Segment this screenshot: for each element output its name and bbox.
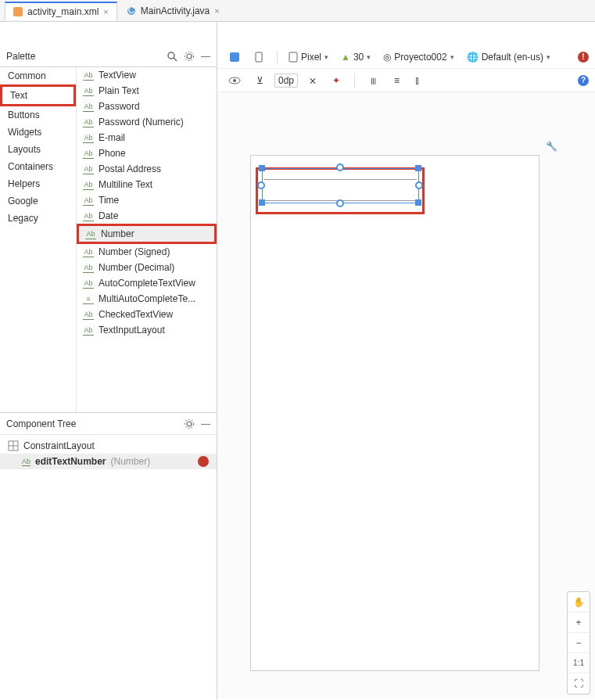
zoom-ratio-button[interactable]: 1:1 <box>568 653 590 673</box>
palette-item-multiautocomplete[interactable]: ≡MultiAutoCompleteTe... <box>77 291 217 307</box>
view-options-button[interactable] <box>224 74 246 87</box>
svg-point-5 <box>187 54 192 59</box>
palette-item-checkedtextview[interactable]: AbCheckedTextView <box>77 307 217 322</box>
constraint-handle[interactable] <box>336 163 344 171</box>
guidelines-button[interactable]: ⫼ <box>364 74 383 88</box>
layout-icon <box>8 440 19 451</box>
palette-items: AbTextView AbPlain Text AbPassword AbPas… <box>77 67 217 412</box>
palette-item-time[interactable]: AbTime <box>77 192 217 208</box>
constraint-handle[interactable] <box>415 181 423 189</box>
text-icon: ≡ <box>83 293 94 304</box>
orientation-button[interactable] <box>249 49 271 65</box>
palette-item-password-numeric[interactable]: AbPassword (Numeric) <box>77 114 217 130</box>
wrench-icon[interactable]: 🔧 <box>546 141 557 152</box>
palette-item-autocomplete[interactable]: AbAutoCompleteTextView <box>77 275 217 291</box>
magnet-button[interactable]: ⊻ <box>252 74 268 88</box>
chevron-down-icon: ▾ <box>324 53 328 61</box>
svg-rect-0 <box>13 7 23 16</box>
minimize-icon[interactable]: — <box>201 51 210 62</box>
palette-header: Palette — <box>0 45 217 67</box>
pack-button[interactable]: ⫿ <box>410 74 425 88</box>
text-icon: Ab <box>83 210 94 221</box>
gear-icon[interactable] <box>184 51 195 62</box>
errors-icon[interactable]: ! <box>578 52 589 63</box>
tree-root[interactable]: ConstraintLayout <box>0 438 217 454</box>
tree-child-hint: (Number) <box>110 456 150 467</box>
java-file-icon: C <box>127 6 136 16</box>
palette-item-multiline[interactable]: AbMultiline Text <box>77 177 217 192</box>
api-select[interactable]: ▲30▾ <box>336 50 375 64</box>
align-button[interactable]: ≡ <box>389 74 404 88</box>
main-area: Palette — Common Text Buttons Widgets La… <box>0 22 595 699</box>
cat-containers[interactable]: Containers <box>0 158 76 175</box>
tree-body: ConstraintLayout Ab editTextNumber (Numb… <box>0 435 217 699</box>
text-icon: Ab <box>83 262 94 273</box>
palette-item-number-signed[interactable]: AbNumber (Signed) <box>77 244 217 260</box>
resize-handle[interactable] <box>415 199 421 206</box>
chevron-down-icon: ▾ <box>547 53 550 61</box>
text-icon: Ab <box>22 458 30 466</box>
design-toolbar-top: Pixel▾ ▲30▾ ◎Proyecto002▾ 🌐Default (en-u… <box>217 45 595 69</box>
device-select[interactable]: Pixel▾ <box>284 50 333 64</box>
resize-handle[interactable] <box>415 165 421 171</box>
left-panel: Palette — Common Text Buttons Widgets La… <box>0 22 217 699</box>
pan-button[interactable]: ✋ <box>568 592 590 612</box>
palette-item-number[interactable]: AbNumber <box>77 224 217 244</box>
cat-google[interactable]: Google <box>0 192 76 210</box>
palette-item-date[interactable]: AbDate <box>77 208 217 224</box>
constraint-handle[interactable] <box>336 199 344 207</box>
help-icon[interactable]: ? <box>578 75 589 86</box>
error-icon[interactable]: ! <box>198 456 209 467</box>
zoom-fit-button[interactable]: ⛶ <box>568 673 590 694</box>
palette-item-textinputlayout[interactable]: AbTextInputLayout <box>77 322 217 338</box>
palette-item-email[interactable]: AbE-mail <box>77 130 217 145</box>
theme-select[interactable]: ◎Proyecto002▾ <box>378 50 458 64</box>
infer-constraints-button[interactable]: ✦ <box>328 74 345 88</box>
text-icon: Ab <box>83 70 94 81</box>
cat-layouts[interactable]: Layouts <box>0 141 76 158</box>
text-icon: Ab <box>83 148 94 159</box>
palette-item-number-decimal[interactable]: AbNumber (Decimal) <box>77 260 217 275</box>
gear-icon[interactable] <box>184 418 195 429</box>
constraint-handle[interactable] <box>257 181 265 189</box>
close-icon[interactable]: × <box>103 7 108 16</box>
tab-activity-main[interactable]: activity_main.xml × <box>5 2 117 20</box>
text-icon: Ab <box>83 117 94 127</box>
cat-widgets[interactable]: Widgets <box>0 124 76 141</box>
tree-title: Component Tree <box>6 418 76 429</box>
locale-select[interactable]: 🌐Default (en-us)▾ <box>462 50 555 64</box>
zoom-out-button[interactable]: − <box>568 633 590 653</box>
default-margin-button[interactable]: 0dp <box>274 74 298 88</box>
resize-handle[interactable] <box>259 199 265 206</box>
palette-item-postal[interactable]: AbPostal Address <box>77 161 217 177</box>
design-surface-button[interactable] <box>224 49 246 65</box>
clear-constraints-button[interactable]: ⨯ <box>304 74 321 88</box>
palette-item-phone[interactable]: AbPhone <box>77 145 217 161</box>
minimize-icon[interactable]: — <box>201 418 210 429</box>
zoom-in-button[interactable]: + <box>568 612 590 633</box>
text-icon: Ab <box>83 246 94 257</box>
cat-buttons[interactable]: Buttons <box>0 106 76 124</box>
svg-text:C: C <box>127 6 134 16</box>
cat-helpers[interactable]: Helpers <box>0 175 76 192</box>
close-icon[interactable]: × <box>214 6 219 16</box>
text-icon: Ab <box>83 163 94 174</box>
device-frame[interactable] <box>250 155 539 671</box>
design-canvas[interactable]: 🔧 <box>217 92 595 699</box>
tab-main-activity[interactable]: C MainActivity.java × <box>119 2 228 20</box>
svg-point-8 <box>185 419 194 428</box>
palette-item-textview[interactable]: AbTextView <box>77 67 217 83</box>
design-toolbar-bottom: ⊻ 0dp ⨯ ✦ ⫼ ≡ ⫿ ? <box>217 69 595 92</box>
resize-handle[interactable] <box>259 165 265 171</box>
palette-item-password[interactable]: AbPassword <box>77 99 217 114</box>
separator <box>277 50 278 64</box>
palette-item-plain-text[interactable]: AbPlain Text <box>77 83 217 99</box>
cat-common[interactable]: Common <box>0 67 76 84</box>
search-icon[interactable] <box>167 51 177 62</box>
text-icon: Ab <box>83 179 94 190</box>
svg-rect-12 <box>230 52 239 62</box>
tree-child[interactable]: Ab editTextNumber (Number) ! <box>0 454 217 469</box>
cat-text[interactable]: Text <box>0 84 76 106</box>
cat-legacy[interactable]: Legacy <box>0 210 76 227</box>
text-icon: Ab <box>83 85 94 96</box>
